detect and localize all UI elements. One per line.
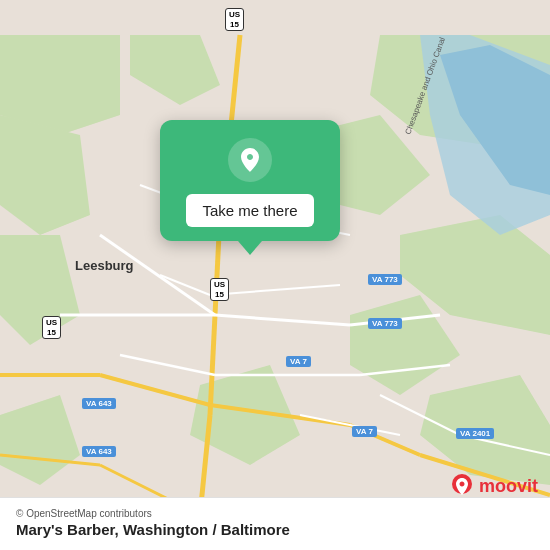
map-container: Leesburg Chesapeake and Ohio Canal US15 …	[0, 0, 550, 550]
badge-us15-top: US15	[225, 8, 244, 31]
badge-va773-2: VA 773	[368, 318, 402, 329]
badge-us15-mid: US15	[210, 278, 229, 301]
badge-va643: VA 643	[82, 398, 116, 409]
map-svg: Leesburg Chesapeake and Ohio Canal	[0, 0, 550, 550]
moovit-label: moovit	[479, 476, 538, 497]
bottom-bar: © OpenStreetMap contributors Mary's Barb…	[0, 497, 550, 550]
take-me-there-button[interactable]: Take me there	[186, 194, 313, 227]
location-pin-icon	[228, 138, 272, 182]
badge-va643-2: VA 643	[82, 446, 116, 457]
attribution-text: © OpenStreetMap contributors	[16, 508, 534, 519]
svg-text:Leesburg: Leesburg	[75, 258, 134, 273]
popup-card: Take me there	[160, 120, 340, 241]
badge-us15-bottom: US15	[42, 316, 61, 339]
badge-va773-1: VA 773	[368, 274, 402, 285]
moovit-icon	[448, 472, 476, 500]
badge-va7: VA 7	[286, 356, 311, 367]
badge-va2401: VA 2401	[456, 428, 494, 439]
location-title: Mary's Barber, Washington / Baltimore	[16, 521, 534, 538]
moovit-logo: moovit	[448, 472, 538, 500]
badge-va7-2: VA 7	[352, 426, 377, 437]
